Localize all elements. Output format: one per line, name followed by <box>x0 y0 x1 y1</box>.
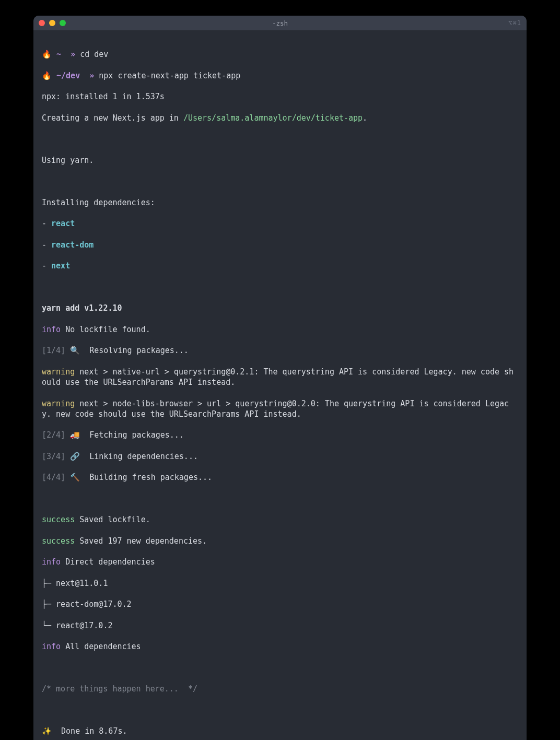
terminal-window: -zsh ⌥⌘1 🔥 ~ » cd dev 🔥 ~/dev » npx crea… <box>33 16 527 740</box>
truck-icon: 🚚 <box>70 430 80 439</box>
sparkles-icon: ✨ <box>42 726 52 735</box>
step-text: Linking dependencies... <box>80 452 198 461</box>
success-text: Saved 197 new dependencies. <box>75 536 207 546</box>
success-line: success Saved lockfile. <box>42 514 518 525</box>
success-label: success <box>42 536 75 546</box>
success-text: Saved lockfile. <box>75 515 150 524</box>
prompt-path: ~/dev <box>56 71 80 80</box>
output-line: yarn add v1.22.10 <box>42 303 518 313</box>
step-line: [3/4] 🔗 Linking dependencies... <box>42 451 518 462</box>
dep-name: react <box>51 219 75 228</box>
warning-text: next > node-libs-browser > url > queryst… <box>42 399 509 419</box>
info-text: No lockfile found. <box>61 325 150 334</box>
step-text: Resolving packages... <box>80 346 189 355</box>
output-line: info All dependencies <box>42 641 518 652</box>
warning-line: warning next > native-url > querystring@… <box>42 367 518 388</box>
minimize-icon[interactable] <box>49 20 55 26</box>
tree-line: ├─ next@11.0.1 <box>42 578 518 589</box>
step-label: [1/4] <box>42 346 65 355</box>
success-line: success Saved 197 new dependencies. <box>42 536 518 546</box>
dep-line: - next <box>42 261 518 271</box>
window-title: -zsh <box>272 19 288 27</box>
warning-label: warning <box>42 367 75 377</box>
terminal-output[interactable]: 🔥 ~ » cd dev 🔥 ~/dev » npx create-next-a… <box>33 30 527 740</box>
maximize-icon[interactable] <box>60 20 66 26</box>
info-text: Direct dependencies <box>61 557 155 567</box>
step-label: [2/4] <box>42 430 65 440</box>
output-line: Creating a new Next.js app in /Users/sal… <box>42 113 518 123</box>
prompt-command: npx create-next-app ticket-app <box>99 71 240 80</box>
step-label: [4/4] <box>42 473 65 482</box>
output-line: info Direct dependencies <box>42 557 518 567</box>
step-text: Building fresh packages... <box>80 473 212 482</box>
prompt-arrows: » <box>89 71 94 80</box>
dep-name: next <box>51 261 70 271</box>
prompt-command: cd dev <box>80 50 108 59</box>
done-text: Done in 8.67s. <box>52 726 127 736</box>
step-line: [2/4] 🚚 Fetching packages... <box>42 430 518 440</box>
creating-prefix: Creating a new Next.js app in <box>42 113 183 123</box>
fire-icon: 🔥 <box>42 71 52 80</box>
step-text: Fetching packages... <box>80 430 184 440</box>
magnifier-icon: 🔍 <box>70 346 80 355</box>
info-label: info <box>42 642 61 651</box>
dep-line: - react <box>42 218 518 229</box>
fire-icon: 🔥 <box>42 50 52 58</box>
creating-period: . <box>363 113 367 123</box>
output-line: info No lockfile found. <box>42 324 518 335</box>
creating-path: /Users/salma.alamnaylor/dev/ticket-app <box>183 113 363 123</box>
prompt-arrows: » <box>71 50 75 59</box>
prompt-line: 🔥 ~/dev » npx create-next-app ticket-app <box>42 71 518 81</box>
output-line: npx: installed 1 in 1.537s <box>42 91 518 102</box>
step-line: [1/4] 🔍 Resolving packages... <box>42 345 518 356</box>
close-icon[interactable] <box>39 20 45 26</box>
output-line: Installing dependencies: <box>42 197 518 208</box>
info-label: info <box>42 325 61 334</box>
hammer-icon: 🔨 <box>70 473 80 481</box>
tree-line: └─ react@17.0.2 <box>42 620 518 631</box>
dep-line: - react-dom <box>42 240 518 250</box>
dep-name: react-dom <box>51 240 94 250</box>
warning-line: warning next > node-libs-browser > url >… <box>42 398 518 420</box>
tree-line: ├─ react-dom@17.0.2 <box>42 599 518 609</box>
prompt-path: ~ <box>56 50 61 59</box>
prompt-line: 🔥 ~ » cd dev <box>42 49 518 60</box>
step-line: [4/4] 🔨 Building fresh packages... <box>42 472 518 483</box>
output-line: Using yarn. <box>42 155 518 166</box>
info-label: info <box>42 557 61 567</box>
warning-label: warning <box>42 399 75 408</box>
comment-line: /* more things happen here... */ <box>42 684 518 694</box>
link-icon: 🔗 <box>70 452 80 461</box>
info-text: All dependencies <box>61 642 141 651</box>
success-label: success <box>42 515 75 524</box>
warning-text: next > native-url > querystring@0.2.1: T… <box>42 367 514 387</box>
traffic-lights <box>39 20 66 26</box>
window-shortcut-hint: ⌥⌘1 <box>508 19 521 27</box>
step-label: [3/4] <box>42 452 65 461</box>
titlebar[interactable]: -zsh ⌥⌘1 <box>33 16 527 30</box>
done-line: ✨ Done in 8.67s. <box>42 726 518 736</box>
